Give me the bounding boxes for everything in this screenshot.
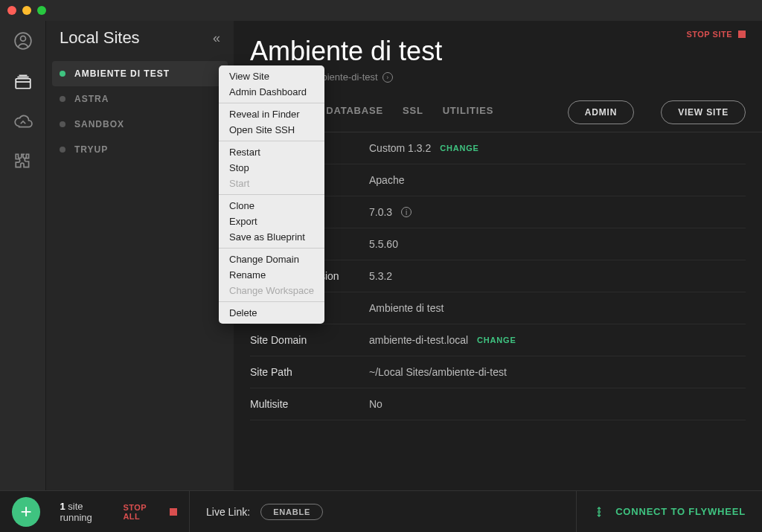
running-count: 1 site running <box>60 501 115 523</box>
nav-rail <box>0 21 46 490</box>
sidebar-site-label: AMBIENTE DI TEST <box>74 68 170 79</box>
menu-separator <box>219 141 324 141</box>
sidebar-site-label: TRYUP <box>74 144 108 155</box>
change-link[interactable]: CHANGE <box>477 336 516 344</box>
cloud-icon[interactable] <box>13 112 33 131</box>
addons-icon[interactable] <box>13 152 33 171</box>
status-dot-icon <box>60 147 65 153</box>
user-icon[interactable] <box>13 31 33 51</box>
live-link-label: Live Link: <box>206 506 250 518</box>
menu-separator <box>219 194 324 195</box>
detail-value: Apache <box>369 174 404 186</box>
tab-database[interactable]: DATABASE <box>326 105 383 127</box>
menu-item-stop[interactable]: Stop <box>219 160 324 176</box>
view-site-button[interactable]: VIEW SITE <box>661 100 746 124</box>
menu-item-delete[interactable]: Delete <box>219 305 324 321</box>
tab-utilities[interactable]: UTILITIES <box>443 105 494 127</box>
detail-value: 5.3.2 <box>369 270 392 282</box>
menu-item-change-workspace: Change Workspace <box>219 283 324 298</box>
add-site-button[interactable]: + <box>12 497 40 527</box>
menu-item-reveal-in-finder[interactable]: Reveal in Finder <box>219 106 324 122</box>
detail-label: Site Path <box>250 366 369 378</box>
stop-all-button[interactable]: STOP ALL <box>123 503 177 521</box>
detail-value: 5.5.60 <box>369 238 398 250</box>
sidebar: Local Sites « AMBIENTE DI TESTASTRASANDB… <box>46 21 234 490</box>
admin-button[interactable]: ADMIN <box>568 100 634 124</box>
menu-separator <box>219 301 324 302</box>
detail-value: No <box>369 398 382 410</box>
sidebar-site-item[interactable]: SANDBOX <box>46 112 234 137</box>
collapse-sidebar-icon[interactable]: « <box>213 31 220 46</box>
sites-icon[interactable] <box>13 71 33 91</box>
menu-item-admin-dashboard[interactable]: Admin Dashboard <box>219 84 324 100</box>
detail-label: Multisite <box>250 398 369 410</box>
status-dot-icon <box>60 71 65 77</box>
menu-item-export[interactable]: Export <box>219 214 324 229</box>
change-link[interactable]: CHANGE <box>440 144 478 153</box>
menu-separator <box>219 103 324 103</box>
menu-item-view-site[interactable]: View Site <box>219 68 324 84</box>
site-context-menu: View SiteAdmin DashboardReveal in Finder… <box>219 65 324 324</box>
enable-live-link-button[interactable]: ENABLE <box>260 504 323 520</box>
site-list: AMBIENTE DI TESTASTRASANDBOXTRYUP <box>46 61 234 162</box>
stop-icon <box>170 508 177 516</box>
svg-point-3 <box>598 510 601 513</box>
detail-label: Site Domain <box>250 334 369 346</box>
svg-point-1 <box>20 36 25 41</box>
window-close-button[interactable] <box>7 6 16 15</box>
status-dot-icon <box>60 121 65 127</box>
menu-item-open-site-ssh[interactable]: Open Site SSH <box>219 122 324 138</box>
menu-item-save-as-blueprint[interactable]: Save as Blueprint <box>219 229 324 245</box>
status-dot-icon <box>60 96 65 102</box>
menu-item-rename[interactable]: Rename <box>219 267 324 283</box>
sidebar-site-item[interactable]: TRYUP <box>46 137 234 162</box>
detail-row: Site Domainambiente-di-test.localCHANGE <box>250 324 746 356</box>
detail-value: ambiente-di-test.localCHANGE <box>369 334 516 346</box>
flywheel-icon <box>593 504 605 519</box>
info-icon[interactable]: i <box>401 207 412 217</box>
window-zoom-button[interactable] <box>37 6 46 15</box>
titlebar <box>0 0 762 21</box>
menu-item-start: Start <box>219 176 324 191</box>
menu-separator <box>219 248 324 249</box>
page-title: Ambiente di test <box>234 36 762 67</box>
window-minimize-button[interactable] <box>22 6 31 15</box>
svg-rect-2 <box>16 79 31 89</box>
menu-item-restart[interactable]: Restart <box>219 144 324 160</box>
detail-value: 7.0.3i <box>369 206 412 218</box>
connect-flywheel-button[interactable]: CONNECT TO FLYWHEEL <box>576 491 762 532</box>
detail-value: ~/Local Sites/ambiente-di-test <box>369 366 507 378</box>
detail-value: Ambiente di test <box>369 302 444 314</box>
sidebar-site-label: SANDBOX <box>74 119 124 129</box>
reveal-path-icon[interactable]: › <box>382 72 393 83</box>
menu-item-change-domain[interactable]: Change Domain <box>219 251 324 267</box>
menu-item-clone[interactable]: Clone <box>219 198 324 214</box>
sidebar-title: Local Sites <box>60 28 140 48</box>
detail-value: Custom 1.3.2CHANGE <box>369 142 479 154</box>
sidebar-site-item[interactable]: AMBIENTE DI TEST <box>52 61 228 86</box>
sidebar-site-item[interactable]: ASTRA <box>46 86 234 112</box>
footer: + 1 site running STOP ALL Live Link: ENA… <box>0 490 762 532</box>
sidebar-site-label: ASTRA <box>74 94 109 104</box>
detail-row: MultisiteNo <box>250 388 746 420</box>
tab-ssl[interactable]: SSL <box>403 105 423 127</box>
detail-row: Site Path~/Local Sites/ambiente-di-test <box>250 356 746 388</box>
